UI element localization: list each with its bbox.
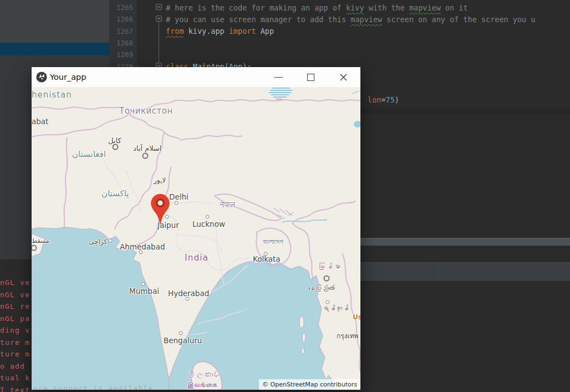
code-token: ) (395, 95, 399, 104)
your-app-window: Your_app (32, 67, 360, 390)
code-token: = (381, 95, 385, 104)
map-label: Us: (353, 313, 360, 321)
city-dot (206, 215, 210, 219)
line-number: 1265 (109, 3, 133, 12)
city-dot (264, 252, 268, 256)
code-token: kivy (346, 3, 364, 12)
map-label: Kolkata (253, 254, 281, 263)
mapview[interactable]: henistanТочикистонabatکابلاسلام آبادافغا… (32, 87, 360, 390)
project-panel (0, 0, 109, 43)
map-label: বাংলাদেশ (263, 237, 283, 246)
code-editor-right[interactable]: lon=75) (360, 67, 570, 392)
map-label: Mumbai (129, 287, 159, 296)
toolwindow-header-row (360, 262, 570, 281)
code-line[interactable]: 1265# here is the code for making an app… (109, 2, 570, 13)
code-fold-icon[interactable] (156, 63, 162, 67)
city-dot (113, 144, 119, 150)
city-dot (326, 301, 330, 304)
code-token: lon (368, 95, 381, 104)
city-dot (324, 276, 330, 282)
code-fold-icon[interactable] (156, 16, 162, 22)
code-editor[interactable]: 1265# here is the code for making an app… (109, 0, 570, 67)
map-label: กรุงเทพ (337, 330, 359, 341)
map-label: Bengaluru (164, 336, 202, 345)
code-line[interactable]: 1266# you can use screen manager to add … (109, 13, 570, 25)
map-labels: henistanТочикистонabatکابلاسلام آبادافغا… (32, 87, 360, 390)
city-dot (175, 201, 179, 205)
code-line[interactable]: 1268 (109, 37, 570, 49)
window-titlebar[interactable]: Your_app (32, 67, 360, 87)
city-dot (141, 282, 145, 286)
code-token: with the (364, 3, 409, 12)
code-token: # you can use screen manager to add this (166, 15, 350, 24)
city-dot (179, 332, 183, 335)
code-token: import (229, 27, 256, 35)
map-label: پاکستان (101, 189, 129, 198)
screen: { "ide": { "project_panel": { "selected_… (0, 0, 570, 392)
map-label: India (185, 253, 208, 263)
map-label: ශ්‍රී ලංකාව (189, 370, 220, 379)
code-token: MainApp(App): (189, 62, 252, 67)
map-label: abat (32, 117, 48, 126)
window-title: Your_app (50, 67, 86, 87)
city-dot (109, 239, 113, 243)
close-button[interactable] (332, 67, 354, 87)
code-token: screen on any of the screen you u (382, 15, 535, 24)
map-label: henistan (32, 90, 72, 100)
current-line-strip (360, 109, 570, 114)
map-label: لاہور (154, 176, 166, 184)
map-label: Точикистон (119, 106, 173, 116)
project-panel-selected-row[interactable] (0, 43, 109, 55)
map-label: இலங்கை (187, 380, 217, 389)
code-fragment: lon=75) (368, 95, 399, 104)
code-fold-icon[interactable] (156, 4, 162, 10)
toolwindow-header-divider (434, 263, 434, 280)
code-line[interactable]: 1269 (109, 49, 570, 60)
map-label: नेपाल (220, 200, 236, 210)
line-number: 1267 (109, 27, 133, 35)
map-attribution[interactable]: © OpenStreetMap contributors (259, 379, 360, 390)
code-line[interactable]: 1267from kivy.app import App (109, 26, 570, 37)
console-bleed-text: ure support is available (33, 384, 154, 390)
code-token: kivy.app (184, 27, 229, 35)
map-label: Delhi (169, 192, 189, 201)
maximize-icon (307, 74, 314, 81)
code-token: from (166, 27, 184, 35)
kivy-logo-icon (36, 72, 47, 83)
code-token: 75 (386, 95, 395, 104)
map-label: کراچی (89, 238, 107, 246)
code-token: App (256, 27, 274, 35)
maximize-button[interactable] (299, 67, 322, 87)
map-label: Ahmedabad (120, 242, 165, 251)
city-dot (186, 297, 190, 301)
line-number: 1270 (109, 63, 133, 67)
code-token: mapview (350, 15, 382, 24)
line-number: 1268 (109, 39, 133, 47)
city-dot (142, 153, 149, 159)
minimize-button[interactable] (267, 67, 289, 87)
code-line[interactable]: 1270class MainApp(App): (109, 60, 570, 67)
map-label: Hyderabad (168, 289, 209, 298)
map-label: နေပြည်တော် (308, 284, 335, 292)
city-dot (139, 251, 143, 254)
code-token: mapview (409, 3, 441, 12)
toolwindow-separator (360, 238, 570, 246)
map-label: Lucknow (192, 220, 225, 228)
map-label: ရန်ကုန် (322, 304, 349, 312)
map-label: اسلام آباد (133, 144, 161, 152)
close-icon (339, 73, 348, 82)
map-label: افغانستان (72, 149, 106, 159)
map-marker-pin[interactable] (150, 194, 170, 226)
line-number: 1269 (109, 50, 133, 59)
code-token: on it (441, 3, 468, 12)
map-label: مسقط (32, 237, 49, 245)
map-label: မြန်မာ (318, 262, 341, 271)
code-token: # here is the code for making an app of (166, 3, 346, 12)
line-number: 1266 (109, 15, 133, 23)
minimize-icon (274, 77, 283, 78)
fold-guide-line (159, 22, 159, 63)
city-dot (32, 245, 37, 251)
code-token: class (166, 62, 189, 67)
code-lines: 1265# here is the code for making an app… (109, 2, 570, 67)
